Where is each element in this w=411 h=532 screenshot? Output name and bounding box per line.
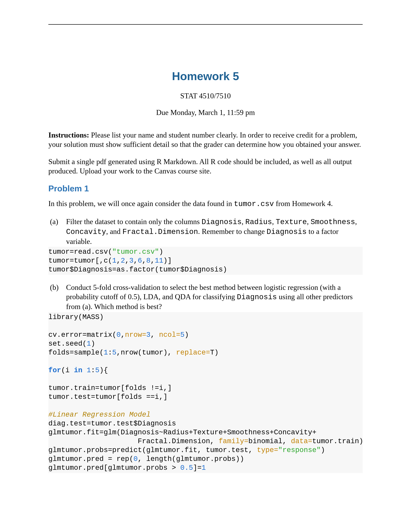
code-line: tumor.train) bbox=[312, 437, 363, 445]
code-kw: data= bbox=[291, 437, 312, 445]
code-num: 0 bbox=[133, 455, 138, 463]
code-kw: for bbox=[48, 366, 61, 374]
code-line: ]= bbox=[193, 464, 202, 472]
code-inline: Smoothness bbox=[311, 218, 355, 226]
instructions-label: Instructions: bbox=[48, 131, 89, 139]
text: Filter the dataset to contain only the c… bbox=[66, 218, 202, 226]
code-line: T) bbox=[210, 349, 219, 357]
code-kw: in bbox=[74, 366, 82, 374]
code-inline: Concavity bbox=[66, 228, 106, 236]
code-num: 11 bbox=[155, 257, 163, 265]
code-inline: Radius bbox=[245, 218, 272, 226]
code-line: (i bbox=[61, 366, 74, 374]
page-title: Homework 5 bbox=[48, 70, 363, 83]
text: . Remember to change bbox=[198, 227, 267, 236]
code-line: ) bbox=[159, 248, 163, 256]
code-num: 2 bbox=[121, 257, 125, 265]
code-line: , length(glmtumor.probs)) bbox=[138, 455, 244, 463]
document-page: Homework 5 STAT 4510/7510 Due Monday, Ma… bbox=[0, 0, 411, 532]
code-num: 1 bbox=[202, 464, 206, 472]
code-line: glmtumor.pred = rep( bbox=[48, 455, 133, 463]
code-line: glmtumor.probs=predict(glmtumor.fit, tum… bbox=[48, 446, 257, 454]
code-line: ) bbox=[321, 446, 325, 454]
code-inline: Diagnosis bbox=[267, 228, 307, 236]
code-line: tumor.test=tumor[folds ==i,] bbox=[48, 393, 168, 401]
problem-1-intro: In this problem, we will once again cons… bbox=[48, 199, 363, 209]
text: , bbox=[272, 218, 276, 226]
code-kw: family= bbox=[219, 437, 248, 445]
code-num: 1 bbox=[87, 366, 91, 374]
top-rule bbox=[48, 24, 363, 25]
code-num: 1 bbox=[112, 257, 116, 265]
code-num: 1 bbox=[104, 349, 108, 357]
code-num: 0 bbox=[116, 331, 121, 339]
code-line bbox=[82, 366, 86, 374]
code-kw: ncol= bbox=[159, 331, 180, 339]
code-num: 5 bbox=[95, 366, 99, 374]
instructions-p2: Submit a single pdf generated using R Ma… bbox=[48, 157, 363, 176]
instructions-p1: Instructions: Please list your name and … bbox=[48, 130, 363, 149]
code-num: 3 bbox=[146, 331, 150, 339]
code-line: glmtumor.fit=glm(Diagnosis~Radius+Textur… bbox=[48, 428, 316, 437]
problem-1b: (b) Conduct 5-fold cross-validation to s… bbox=[48, 283, 363, 311]
code-inline-tumor-csv: tumor.csv bbox=[234, 200, 274, 208]
item-label-b: (b) bbox=[48, 283, 66, 311]
code-num: 5 bbox=[180, 331, 185, 339]
code-kw: replace= bbox=[176, 349, 210, 357]
code-inline: Diagnosis bbox=[237, 293, 277, 302]
code-inline: Fractal.Dimension bbox=[122, 228, 198, 236]
code-line: glmtumor.pred[glmtumor.probs > bbox=[48, 464, 180, 472]
text: from Homework 4. bbox=[274, 200, 333, 208]
code-line: set.seed( bbox=[48, 340, 87, 348]
code-block-a: tumor=read.csv("tumor.csv") tumor=tumor[… bbox=[48, 247, 363, 275]
instructions-p1-text: Please list your name and student number… bbox=[48, 131, 361, 149]
course-code: STAT 4510/7510 bbox=[48, 92, 363, 100]
code-line: ,nrow(tumor), bbox=[116, 349, 176, 357]
problem-1a: (a) Filter the dataset to contain only t… bbox=[48, 217, 363, 246]
text: , bbox=[307, 218, 311, 226]
code-inline: Diagnosis bbox=[202, 218, 242, 226]
item-a-body: Filter the dataset to contain only the c… bbox=[66, 217, 363, 246]
code-line: tumor$Diagnosis=as.factor(tumor$Diagnosi… bbox=[48, 266, 227, 274]
code-line: binomial, bbox=[248, 437, 291, 445]
code-block-b: library(MASS) cv.error=matrix(0,nrow=3, … bbox=[48, 312, 363, 473]
code-string: "response" bbox=[278, 446, 321, 454]
due-date: Due Monday, March 1, 11:59 pm bbox=[48, 108, 363, 117]
code-kw: type= bbox=[257, 446, 278, 454]
code-line: folds=sample( bbox=[48, 349, 104, 357]
item-label-a: (a) bbox=[48, 217, 66, 246]
text: In this problem, we will once again cons… bbox=[48, 200, 234, 208]
code-num: 0.5 bbox=[180, 464, 193, 472]
code-string: "tumor.csv" bbox=[112, 248, 159, 256]
code-line: cv.error=matrix( bbox=[48, 331, 116, 339]
code-num: 6 bbox=[138, 257, 142, 265]
code-line: diag.test=tumor.test$Diagnosis bbox=[48, 419, 176, 428]
text: , and bbox=[106, 227, 122, 236]
code-num: 5 bbox=[112, 349, 116, 357]
text: , bbox=[355, 218, 357, 226]
code-num: 3 bbox=[129, 257, 133, 265]
code-line: ){ bbox=[99, 366, 108, 374]
text: , bbox=[242, 218, 245, 226]
code-num: 1 bbox=[87, 340, 91, 348]
code-line: )] bbox=[163, 257, 172, 265]
code-line: tumor=read.csv( bbox=[48, 248, 112, 256]
code-line: Fractal.Dimension, bbox=[48, 437, 219, 445]
code-line: , bbox=[121, 331, 125, 339]
code-line: ) bbox=[91, 340, 95, 348]
code-line: library(MASS) bbox=[48, 313, 104, 321]
code-num: 8 bbox=[146, 257, 150, 265]
code-line: ) bbox=[185, 331, 189, 339]
code-kw: nrow= bbox=[125, 331, 146, 339]
code-line: , bbox=[150, 331, 159, 339]
problem-1-heading: Problem 1 bbox=[48, 184, 363, 193]
code-line: tumor=tumor[,c( bbox=[48, 257, 112, 265]
item-b-body: Conduct 5-fold cross-validation to selec… bbox=[66, 283, 363, 311]
code-line: tumor.train=tumor[folds !=i,] bbox=[48, 384, 172, 392]
code-comment: #Linear Regression Model bbox=[48, 411, 150, 419]
code-inline: Texture bbox=[276, 218, 307, 226]
